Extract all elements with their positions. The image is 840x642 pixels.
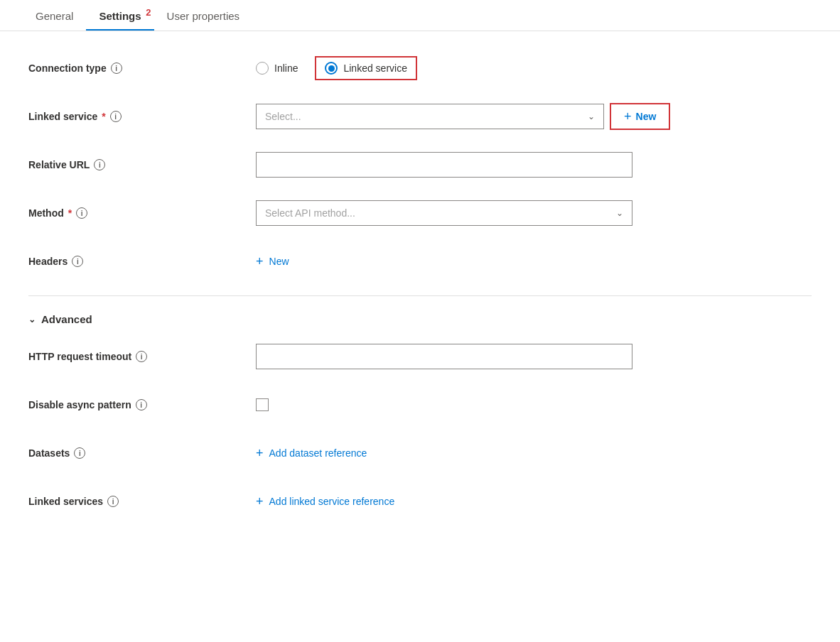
http-timeout-input[interactable] [256, 344, 632, 369]
relative-url-input[interactable] [256, 152, 632, 178]
connection-type-radio-group: Inline Linked service [256, 56, 417, 80]
http-timeout-info-icon: i [136, 351, 147, 362]
linked-service-label: Linked service * i [28, 111, 256, 122]
tab-user-properties[interactable]: User properties [154, 0, 253, 31]
linked-services-plus-icon: + [256, 494, 264, 509]
disable-async-control [256, 398, 812, 411]
radio-inline-circle [256, 62, 269, 75]
tab-general[interactable]: General [23, 0, 86, 31]
linked-service-placeholder: Select... [265, 111, 301, 122]
headers-plus-icon: + [256, 254, 264, 269]
linked-service-new-button[interactable]: + New [610, 103, 670, 130]
linked-service-select[interactable]: Select... ⌄ [256, 104, 604, 129]
radio-inline[interactable]: Inline [256, 62, 298, 75]
advanced-toggle[interactable]: ⌄ Advanced [28, 313, 812, 325]
disable-async-info-icon: i [136, 399, 147, 410]
method-select[interactable]: Select API method... ⌄ [256, 200, 632, 226]
disable-async-row: Disable async pattern i [28, 391, 812, 419]
method-control: Select API method... ⌄ [256, 200, 812, 226]
advanced-section: ⌄ Advanced HTTP request timeout i Disabl… [28, 313, 812, 516]
datasets-add-button[interactable]: + Add dataset reference [256, 446, 367, 461]
headers-row: Headers i + New [28, 247, 812, 276]
connection-type-control: Inline Linked service [256, 56, 812, 80]
form-area: Connection type i Inline Linked service [0, 31, 840, 558]
relative-url-info-icon: i [94, 159, 105, 170]
datasets-row: Datasets i + Add dataset reference [28, 439, 812, 467]
linked-service-chevron-icon: ⌄ [588, 111, 595, 121]
radio-linked-service[interactable]: Linked service [325, 62, 407, 75]
connection-type-label: Connection type i [28, 62, 256, 74]
http-timeout-label: HTTP request timeout i [28, 351, 256, 362]
disable-async-checkbox[interactable] [256, 398, 269, 411]
method-placeholder: Select API method... [265, 207, 355, 219]
linked-service-info-icon: i [110, 111, 122, 122]
headers-add-button[interactable]: + New [256, 254, 289, 269]
method-label: Method * i [28, 207, 256, 219]
http-timeout-control [256, 344, 812, 369]
method-chevron-icon: ⌄ [616, 208, 623, 218]
linked-services-label: Linked services i [28, 496, 256, 507]
headers-label: Headers i [28, 256, 256, 267]
radio-linked-service-dot [328, 65, 335, 72]
relative-url-control [256, 152, 812, 178]
tab-bar: General Settings 2 User properties [0, 0, 840, 31]
divider [28, 295, 812, 296]
datasets-label: Datasets i [28, 447, 256, 459]
relative-url-label: Relative URL i [28, 159, 256, 170]
headers-control: + New [256, 254, 812, 269]
connection-type-info-icon: i [111, 62, 122, 74]
settings-badge: 2 [146, 7, 151, 18]
method-required: * [68, 207, 72, 219]
http-timeout-row: HTTP request timeout i [28, 342, 812, 371]
headers-info-icon: i [72, 256, 83, 267]
advanced-chevron-icon: ⌄ [28, 315, 36, 325]
linked-services-row: Linked services i + Add linked service r… [28, 487, 812, 516]
radio-linked-service-highlight: Linked service [315, 56, 417, 80]
radio-linked-service-circle [325, 62, 338, 75]
datasets-plus-icon: + [256, 446, 264, 461]
tab-settings[interactable]: Settings 2 [86, 0, 154, 31]
linked-service-required: * [102, 111, 105, 122]
connection-type-row: Connection type i Inline Linked service [28, 54, 812, 82]
linked-service-row: Linked service * i Select... ⌄ + New [28, 102, 812, 131]
new-button-plus-icon: + [624, 109, 632, 124]
linked-services-control: + Add linked service reference [256, 494, 812, 509]
method-row: Method * i Select API method... ⌄ [28, 199, 812, 227]
disable-async-label: Disable async pattern i [28, 399, 256, 410]
linked-services-info-icon: i [107, 496, 119, 507]
linked-services-add-button[interactable]: + Add linked service reference [256, 494, 394, 509]
method-info-icon: i [76, 207, 87, 219]
linked-service-control: Select... ⌄ + New [256, 103, 812, 130]
datasets-control: + Add dataset reference [256, 446, 812, 461]
relative-url-row: Relative URL i [28, 151, 812, 179]
datasets-info-icon: i [74, 447, 85, 459]
